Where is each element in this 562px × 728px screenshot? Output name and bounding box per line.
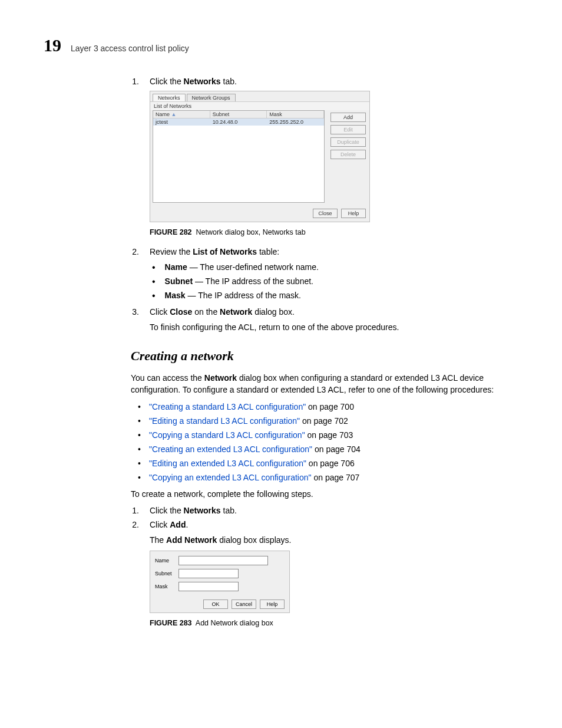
link-creating-standard-l3[interactable]: "Creating a standard L3 ACL configuratio… xyxy=(149,402,306,411)
table-row[interactable]: jctest 10.24.48.0 255.255.252.0 xyxy=(153,118,324,126)
name-label: Name xyxy=(155,558,175,564)
help-button[interactable]: Help xyxy=(341,209,366,218)
delete-button[interactable]: Delete xyxy=(330,150,366,159)
figure-networks-dialog: Networks Network Groups List of Networks… xyxy=(150,91,370,222)
bullet-icon: • xyxy=(138,473,141,482)
mask-label: Mask xyxy=(155,584,175,589)
page-header-title: Layer 3 access control list policy xyxy=(71,44,189,53)
body-text: To finish configuring the ACL, return to… xyxy=(150,322,518,332)
link-copying-standard-l3[interactable]: "Copying a standard L3 ACL configuration… xyxy=(149,430,305,440)
add-button[interactable]: Add xyxy=(330,113,366,122)
col-mask[interactable]: Mask xyxy=(267,111,324,118)
bullet-icon: • xyxy=(152,262,156,273)
list-item: "Editing a standard L3 ACL configuration… xyxy=(149,416,348,426)
list-item: "Copying a standard L3 ACL configuration… xyxy=(149,430,353,440)
page-number: 19 xyxy=(44,35,61,55)
list-item: "Creating an extended L3 ACL configurati… xyxy=(149,444,361,454)
section-heading: Creating a network xyxy=(131,348,518,364)
step-text: Review the List of Networks table: xyxy=(150,247,279,256)
step-number: 2. xyxy=(131,520,139,529)
bullet-icon: • xyxy=(138,430,141,440)
figure-add-network-dialog: Name Subnet Mask OK Cancel Help xyxy=(150,551,290,613)
link-creating-extended-l3[interactable]: "Creating an extended L3 ACL configurati… xyxy=(149,444,312,454)
list-item: Mask — The IP address of the mask. xyxy=(165,291,301,301)
ok-button[interactable]: OK xyxy=(203,599,228,609)
bullet-icon: • xyxy=(138,402,141,411)
body-text: You can access the Network dialog box wh… xyxy=(131,372,518,396)
step-number: 1. xyxy=(131,77,139,86)
step-number: 2. xyxy=(131,247,139,256)
bullet-icon: • xyxy=(138,444,141,454)
link-copying-extended-l3[interactable]: "Copying an extended L3 ACL configuratio… xyxy=(149,473,312,482)
list-item: Name — The user-defined network name. xyxy=(165,262,319,273)
step-text: Click the Networks tab. xyxy=(150,506,237,515)
list-item: Subnet — The IP address of the subnet. xyxy=(165,276,313,287)
subnet-label: Subnet xyxy=(155,571,175,577)
cancel-button[interactable]: Cancel xyxy=(232,599,256,609)
tab-network-groups[interactable]: Network Groups xyxy=(187,94,236,101)
bullet-icon: • xyxy=(138,416,141,426)
bullet-icon: • xyxy=(138,459,141,468)
link-editing-extended-l3[interactable]: "Editing an extended L3 ACL configuratio… xyxy=(149,459,306,468)
help-button[interactable]: Help xyxy=(260,599,285,609)
list-item: "Editing an extended L3 ACL configuratio… xyxy=(149,459,355,468)
list-of-networks-label: List of Networks xyxy=(150,101,369,110)
tab-networks[interactable]: Networks xyxy=(153,94,186,101)
body-text: To create a network, complete the follow… xyxy=(131,488,518,500)
link-editing-standard-l3[interactable]: "Editing a standard L3 ACL configuration… xyxy=(149,416,300,426)
edit-button[interactable]: Edit xyxy=(330,125,366,134)
body-text: The Add Network dialog box displays. xyxy=(150,535,518,545)
networks-table: Name ▲ Subnet Mask jctest 10.24.48.0 255… xyxy=(153,110,325,203)
mask-field[interactable] xyxy=(178,582,239,591)
duplicate-button[interactable]: Duplicate xyxy=(330,137,366,147)
list-item: "Copying an extended L3 ACL configuratio… xyxy=(149,473,359,482)
figure-caption: FIGURE 283 Add Network dialog box xyxy=(150,619,518,627)
col-subnet[interactable]: Subnet xyxy=(210,111,267,118)
list-item: "Creating a standard L3 ACL configuratio… xyxy=(149,402,354,411)
bullet-icon: • xyxy=(152,291,156,301)
step-text: Click the Networks tab. xyxy=(150,77,237,86)
col-name[interactable]: Name ▲ xyxy=(153,111,210,118)
bullet-icon: • xyxy=(152,276,156,287)
step-text: Click Close on the Network dialog box. xyxy=(150,307,295,317)
step-text: Click Add. xyxy=(150,520,188,529)
figure-caption: FIGURE 282 Network dialog box, Networks … xyxy=(150,228,518,236)
subnet-field[interactable] xyxy=(178,569,239,578)
step-number: 3. xyxy=(131,307,139,317)
close-button[interactable]: Close xyxy=(313,209,338,218)
name-field[interactable] xyxy=(178,556,268,565)
step-number: 1. xyxy=(131,506,139,515)
